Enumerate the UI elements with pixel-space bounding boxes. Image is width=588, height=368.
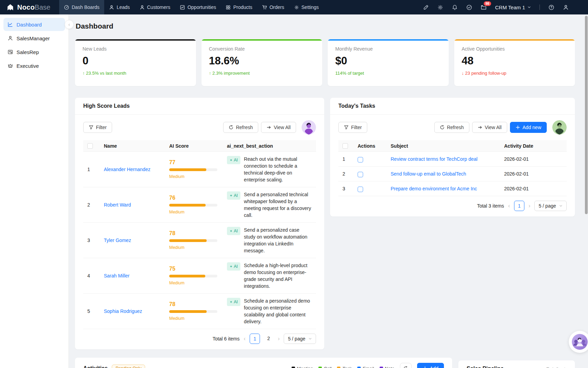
- user-icon: [109, 5, 114, 10]
- column-header-name: Name: [100, 140, 165, 152]
- lead-name-link[interactable]: Sophia Rodriguez: [104, 308, 142, 314]
- stat-card-conversion-rate: Conversion Rate 18.6% ↑ 2.3% improvement: [202, 39, 323, 86]
- lead-name-link[interactable]: Tyler Gomez: [104, 238, 131, 243]
- menu-item-leads[interactable]: Leads: [104, 0, 134, 14]
- ai-score-value: 78: [169, 301, 219, 308]
- avatar[interactable]: [302, 120, 316, 135]
- add-activity-button[interactable]: Add: [417, 363, 444, 368]
- sidebar-item-executive[interactable]: Executive: [3, 59, 65, 72]
- row-index: 3: [338, 181, 353, 196]
- help-icon[interactable]: [548, 4, 554, 10]
- row-index: 1: [338, 152, 353, 167]
- stat-value: 48: [462, 55, 568, 67]
- user-icon: [140, 5, 145, 10]
- page-size-select[interactable]: 5 / page: [284, 334, 316, 344]
- task-row: 2 Send follow-up email to GlobalTech 202…: [338, 167, 567, 181]
- sidebar-item-salesrep[interactable]: SalesRep: [3, 45, 65, 59]
- sidebar-item-dashboard[interactable]: Dashboard: [3, 18, 65, 31]
- panel-title: High Score Leads: [83, 103, 130, 109]
- select-all-checkbox[interactable]: [342, 143, 348, 149]
- pagination-page-2[interactable]: 2: [263, 334, 274, 344]
- stat-label: Conversion Rate: [209, 46, 315, 52]
- ai-badge: AI: [227, 262, 240, 271]
- team-selector-dropdown[interactable]: CRM Team 1: [495, 4, 531, 10]
- funnel-icon: [344, 125, 349, 130]
- view-all-button[interactable]: View All: [261, 122, 296, 133]
- panel-title: Today's Tasks: [338, 103, 375, 109]
- refresh-icon: [229, 125, 233, 130]
- check-circle-icon[interactable]: [466, 4, 472, 10]
- lead-name-link[interactable]: Robert Ward: [104, 202, 131, 208]
- pagination-page-1[interactable]: 1: [250, 334, 260, 344]
- task-subject-link[interactable]: Prepare demo environment for Acme Inc: [391, 186, 477, 191]
- lead-name-link[interactable]: Alexander Hernandez: [104, 167, 150, 172]
- pagination-prev[interactable]: ‹: [243, 336, 246, 342]
- gear-icon[interactable]: [437, 4, 443, 10]
- ai-score-level: Medium: [169, 280, 219, 286]
- ai-score-level: Medium: [169, 173, 219, 180]
- stat-value: $0: [335, 55, 441, 67]
- pipeline-details-link[interactable]: Details: [546, 366, 567, 368]
- task-complete-checkbox[interactable]: [358, 187, 363, 192]
- add-new-button[interactable]: Add new: [510, 122, 547, 133]
- sidebar-item-salesmanager[interactable]: SalesManager: [3, 32, 65, 45]
- stat-cards-row: New Leads 0 ↑ 23.5% vs last month Conver…: [75, 39, 575, 86]
- bell-icon[interactable]: [452, 4, 458, 10]
- stat-delta: ↑ 23.5% vs last month: [83, 71, 188, 76]
- refresh-button[interactable]: Refresh: [223, 122, 258, 133]
- ai-score-level: Medium: [169, 209, 219, 215]
- next-best-action-text: Send a personalized technical whitepaper…: [244, 191, 312, 219]
- user-profile-icon[interactable]: [563, 4, 569, 10]
- task-subject-link[interactable]: Review contract terms for TechCorp deal: [391, 156, 478, 162]
- ai-badge: AI: [227, 227, 240, 235]
- pagination-page-1[interactable]: 1: [514, 201, 524, 211]
- ai-score-bar: [169, 168, 217, 171]
- lead-row: 5 Sophia Rodriguez 78 Medium AI Schedule…: [83, 294, 316, 329]
- highlighter-icon[interactable]: [423, 4, 429, 10]
- panel-title: Activities: [83, 365, 108, 368]
- filter-button[interactable]: Filter: [338, 122, 367, 133]
- ai-score-bar: [169, 204, 217, 207]
- task-row: 3 Prepare demo environment for Acme Inc …: [338, 181, 567, 196]
- page-size-select[interactable]: 5 / page: [534, 201, 567, 211]
- chart-box-icon: [180, 5, 185, 10]
- menu-item-orders[interactable]: Orders: [257, 0, 289, 14]
- task-complete-checkbox[interactable]: [358, 157, 363, 162]
- filter-button[interactable]: Filter: [83, 122, 112, 133]
- task-complete-checkbox[interactable]: [358, 172, 363, 177]
- refresh-activities-button[interactable]: [400, 363, 412, 368]
- sidebar-collapse-button[interactable]: ‹: [65, 20, 74, 29]
- ai-score-value: 77: [169, 159, 219, 166]
- refresh-icon: [440, 125, 445, 130]
- avatar[interactable]: [552, 120, 567, 135]
- legend-color-swatch: [357, 367, 361, 368]
- pending-only-badge[interactable]: Pending Only: [112, 365, 145, 368]
- menu-item-settings[interactable]: Settings: [289, 0, 324, 14]
- workflow-tasks-icon[interactable]: 98: [481, 4, 487, 10]
- lead-name-link[interactable]: Sarah Miller: [104, 273, 130, 278]
- pagination-next[interactable]: ›: [277, 336, 280, 342]
- refresh-button[interactable]: Refresh: [434, 122, 469, 133]
- team-members-floating-button[interactable]: [569, 331, 588, 353]
- menu-item-opportunities[interactable]: Opportunities: [175, 0, 221, 14]
- page-title: Dashboard: [76, 22, 575, 30]
- stat-value: 18.6%: [209, 55, 315, 67]
- menu-item-dashboards[interactable]: Dash Boards: [59, 0, 104, 14]
- menu-item-products[interactable]: Products: [221, 0, 257, 14]
- plus-icon: [423, 366, 427, 368]
- nocobase-logo[interactable]: NocoBase: [0, 0, 59, 14]
- view-all-button[interactable]: View All: [472, 122, 507, 133]
- leads-pagination: Total 6 items ‹ 1 2 › 5 / page: [83, 329, 316, 346]
- task-activity-date: 2026-02-01: [500, 167, 552, 181]
- menu-item-customers[interactable]: Customers: [135, 0, 175, 14]
- task-subject-link[interactable]: Send follow-up email to GlobalTech: [391, 171, 466, 177]
- vertical-scrollbar[interactable]: [585, 16, 588, 214]
- ai-badge: AI: [227, 156, 240, 164]
- select-all-checkbox[interactable]: [87, 143, 93, 149]
- ai-score-level: Medium: [169, 315, 219, 322]
- next-best-action-text: Send a personalized case study on workfl…: [244, 227, 312, 254]
- ai-score-bar: [169, 239, 217, 242]
- tasks-pagination: Total 3 items ‹ 1 › 5 / page: [338, 196, 567, 213]
- pagination-prev[interactable]: ‹: [508, 203, 511, 209]
- pagination-next[interactable]: ›: [528, 203, 531, 209]
